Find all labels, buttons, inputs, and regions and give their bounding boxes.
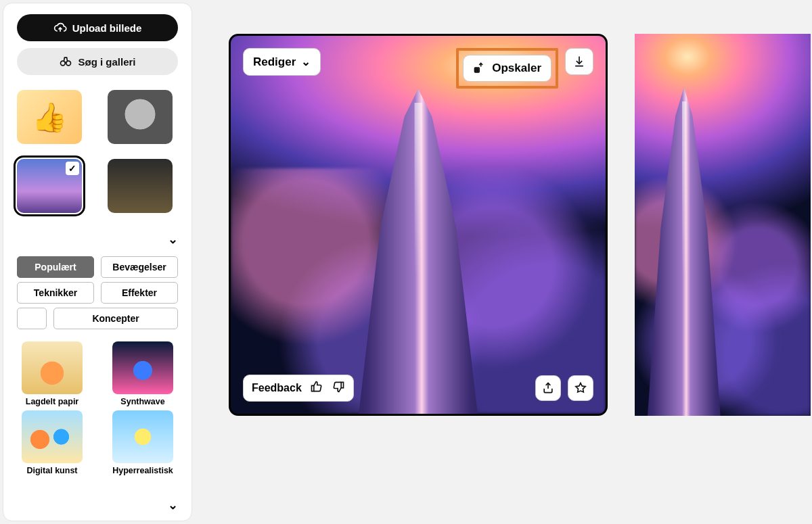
style-grid: Lagdelt papir Synthwave Digital kunst Hy… [17, 341, 178, 475]
share-button[interactable] [535, 375, 561, 401]
svg-point-1 [66, 61, 71, 66]
star-icon [574, 381, 587, 395]
sidebar: Upload billede Søg i galleri ✓ ⌄ Populær… [3, 3, 192, 521]
chevron-down-icon[interactable]: ⌄ [168, 498, 178, 513]
style-thumb-digital-art[interactable] [22, 410, 83, 463]
reference-thumb[interactable] [108, 159, 173, 213]
share-icon [541, 381, 555, 395]
tutorial-highlight: Opskaler [456, 48, 558, 89]
reference-thumb-selected[interactable]: ✓ [17, 159, 82, 213]
upscale-icon [473, 62, 487, 75]
download-button[interactable] [565, 48, 593, 75]
reference-thumbnails: ✓ [17, 90, 178, 213]
tab-concepts[interactable]: Koncepter [53, 308, 178, 329]
style-label: Hyperrealistisk [112, 466, 173, 475]
style-label: Lagdelt papir [26, 397, 78, 406]
thumbs-down-icon [332, 380, 345, 394]
generated-image-card-next[interactable] [635, 34, 811, 416]
edit-dropdown-button[interactable]: Rediger ⌄ [243, 48, 321, 76]
upload-image-button[interactable]: Upload billede [17, 14, 178, 41]
search-gallery-label: Søg i galleri [78, 56, 135, 68]
edit-label: Rediger [253, 55, 296, 69]
svg-point-0 [61, 61, 66, 66]
upload-image-label: Upload billede [72, 22, 142, 34]
svg-point-11 [478, 68, 478, 69]
thumbs-down-button[interactable] [332, 380, 345, 396]
style-thumb-synthwave[interactable] [112, 341, 173, 394]
generated-image-card[interactable]: Rediger ⌄ Opskaler [229, 34, 608, 416]
tab-movements[interactable]: Bevægelser [101, 256, 178, 278]
upscale-button[interactable]: Opskaler [463, 55, 551, 82]
style-label: Digital kunst [26, 466, 77, 475]
search-gallery-button[interactable]: Søg i galleri [17, 48, 178, 75]
chevron-down-icon[interactable]: ⌄ [168, 232, 178, 247]
thumbs-up-button[interactable] [310, 380, 323, 396]
chevron-down-icon: ⌄ [301, 55, 311, 69]
download-icon [572, 55, 586, 68]
upscale-label: Opskaler [492, 62, 541, 75]
thumbs-up-icon [310, 380, 323, 394]
style-thumb-layered-paper[interactable] [22, 341, 83, 394]
tab-techniques[interactable]: Teknikker [17, 282, 94, 304]
favorite-button[interactable] [568, 375, 593, 401]
tab-extra[interactable] [17, 308, 47, 329]
feedback-label: Feedback [252, 382, 302, 394]
binoculars-icon [59, 55, 72, 68]
canvas-area: Rediger ⌄ Opskaler [195, 0, 812, 524]
tab-effects[interactable]: Effekter [101, 282, 178, 304]
reference-thumb[interactable] [17, 90, 82, 144]
style-label: Synthwave [120, 397, 164, 406]
cloud-upload-icon [53, 21, 67, 34]
reference-thumb[interactable] [108, 90, 173, 144]
style-thumb-hyperrealistic[interactable] [112, 410, 173, 463]
feedback-pill: Feedback [243, 375, 354, 402]
check-icon: ✓ [66, 162, 79, 175]
tab-popular[interactable]: Populært [17, 256, 94, 278]
